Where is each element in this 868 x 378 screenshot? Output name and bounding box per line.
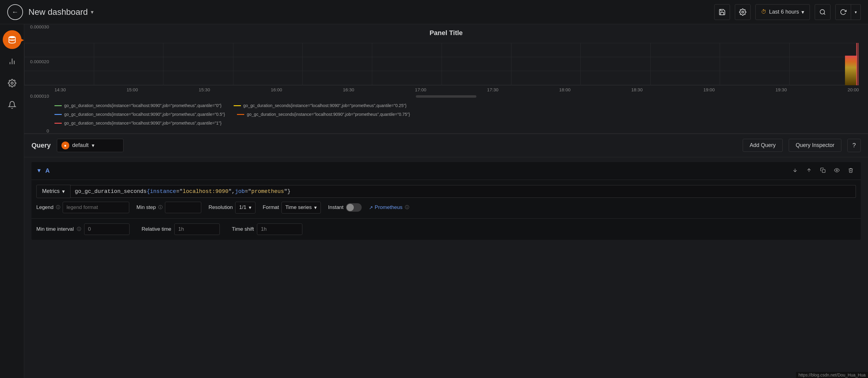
x-axis: 14:30 15:00 15:30 16:00 16:30 17:00 17:3… [24,85,868,94]
sidebar-chart-button[interactable] [3,52,22,71]
help-button[interactable]: ? [847,139,861,152]
svg-rect-10 [822,169,825,172]
nav-actions: ⏱ Last 6 hours ▾ ▾ [714,4,861,20]
legend-item-1: go_gc_duration_seconds{instance="localho… [234,102,406,109]
metrics-row: Metrics ▾ go_gc_duration_seconds{instanc… [36,185,856,198]
settings-button[interactable] [735,4,751,20]
legend-area: go_gc_duration_seconds{instance="localho… [24,99,868,133]
legend-color-0 [55,105,62,106]
legend-item-3: go_gc_duration_seconds{instance="localho… [237,111,410,118]
time-shift-input[interactable] [257,224,302,235]
url-bar: https://blog.csdn.net/Dou_Hua_Hua [796,372,868,378]
content-area: Panel Title 0.000030 0.000020 0.000010 0 [24,24,868,378]
time-range-button[interactable]: ⏱ Last 6 hours ▾ [755,4,810,20]
instant-group: Instant [328,203,362,212]
legend-group: Legend ⓘ [36,202,129,213]
legend-info-icon: ⓘ [56,205,60,210]
toggle-visibility-button[interactable] [832,166,842,176]
save-button[interactable] [714,4,730,20]
legend-color-4 [55,123,62,124]
svg-point-3 [9,36,15,38]
format-group: Format Time series ▾ [263,202,321,213]
query-editor: Query ● default ▾ Add Query Query Inspec… [24,133,868,378]
prometheus-group: ↗ Prometheus ⓘ [369,204,409,210]
resolution-group: Resolution 1/1 ▾ [209,202,255,213]
legend-item-4: go_gc_duration_seconds{instance="localho… [55,119,221,127]
chart-grid-area [24,43,859,85]
svg-point-7 [11,82,13,84]
panel-title: Panel Title [24,29,868,37]
query-inspector-button[interactable]: Query Inspector [789,139,841,152]
search-button[interactable] [815,4,831,20]
svg-point-11 [836,169,838,171]
chart-spike-line [856,43,857,85]
min-step-label: Min step [136,204,156,210]
min-time-interval-input[interactable] [84,224,129,235]
page-title: New dashboard ▾ [28,7,94,17]
relative-time-input[interactable] [174,224,220,235]
legend-color-2 [55,114,62,115]
sidebar-bell-button[interactable] [3,96,22,114]
sidebar-active-indicator: ▶ [20,37,24,43]
query-row-a: ▼ A [31,162,861,240]
scrollbar-track[interactable] [416,95,476,98]
sidebar-database-button[interactable]: ▶ [3,30,22,49]
query-row-a-body: Metrics ▾ go_gc_duration_seconds{instanc… [31,180,861,218]
min-time-interval-group: Min time interval ⓘ [36,224,129,235]
sidebar-settings-button[interactable] [3,74,22,93]
format-select[interactable]: Time series ▾ [281,202,321,213]
bottom-options: Min time interval ⓘ Relative time Time s… [31,218,861,240]
resolution-select[interactable]: 1/1 ▾ [235,202,255,213]
move-down-button[interactable] [790,166,800,176]
datasource-name: default [72,142,89,148]
legend-label: Legend [36,204,54,210]
clock-icon: ⏱ [761,9,767,15]
min-step-group: Min step ⓘ [136,202,201,213]
top-navigation: ← New dashboard ▾ ⏱ Last 6 hours ▾ ▾ [0,0,868,24]
prometheus-info-icon: ⓘ [405,205,409,210]
min-time-interval-label: Min time interval [36,226,74,232]
refresh-caret-button[interactable]: ▾ [851,4,861,20]
instant-label: Instant [328,204,343,210]
legend-item-0: go_gc_duration_seconds{instance="localho… [55,102,221,109]
move-up-button[interactable] [804,166,814,176]
toggle-thumb [346,204,354,211]
metrics-caret-icon: ▾ [62,188,65,195]
metrics-button[interactable]: Metrics ▾ [36,185,70,198]
time-shift-group: Time shift [232,224,302,235]
legend-color-3 [237,114,244,115]
copy-query-button[interactable] [818,166,828,176]
svg-line-2 [824,13,825,14]
query-display[interactable]: go_gc_duration_seconds{instance="localho… [70,185,856,198]
collapse-icon[interactable]: ▼ [36,168,42,174]
title-caret-icon[interactable]: ▾ [91,9,94,15]
add-query-button[interactable]: Add Query [743,139,783,152]
min-time-interval-info-icon: ⓘ [77,227,81,232]
legend-color-1 [234,105,241,106]
left-sidebar: ▶ [0,24,24,378]
chart-bars [845,56,857,85]
legend-input[interactable] [63,202,129,213]
min-step-info-icon: ⓘ [158,205,162,210]
back-button[interactable]: ← [7,4,23,20]
min-step-input[interactable] [165,202,201,213]
prometheus-link[interactable]: ↗ Prometheus [369,204,403,210]
time-shift-label: Time shift [232,226,254,232]
query-row-a-header: ▼ A [31,162,861,180]
scrollbar-area [24,95,868,98]
options-row: Legend ⓘ Min step ⓘ Resolution [36,202,856,213]
refresh-button[interactable] [835,4,851,20]
legend-row-1: go_gc_duration_seconds{instance="localho… [55,102,863,109]
datasource-selector[interactable]: ● default ▾ [57,139,123,152]
resolution-label: Resolution [209,204,233,210]
datasource-caret-icon: ▾ [92,142,94,149]
refresh-split: ▾ [835,4,861,20]
instant-toggle[interactable] [346,203,362,212]
resolution-caret-icon: ▾ [249,204,251,211]
chart-spike-red [858,43,858,85]
query-label: Query [31,141,51,149]
delete-query-button[interactable] [846,166,856,176]
relative-time-group: Relative time [142,224,220,235]
legend-row-3: go_gc_duration_seconds{instance="localho… [55,119,863,127]
main-layout: ▶ Panel Title 0.000030 0.000020 0.000010… [0,24,868,378]
